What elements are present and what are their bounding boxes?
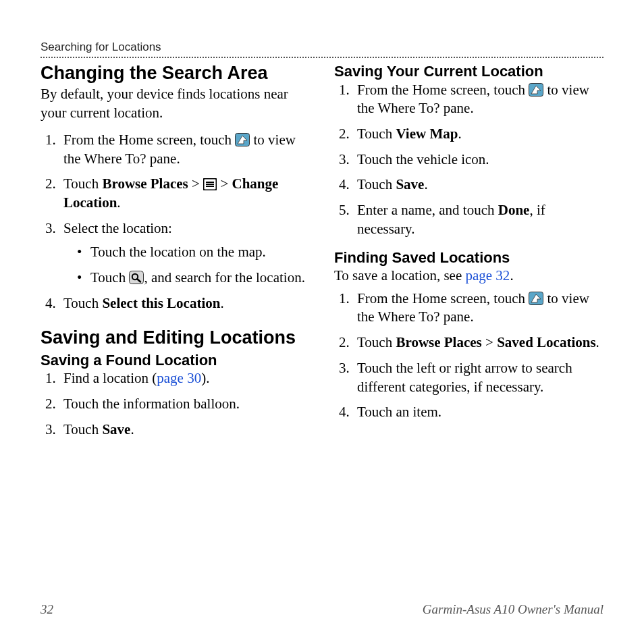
bullet: Touch the location on the map.	[77, 243, 310, 262]
bold-text: Browse Places	[396, 334, 481, 350]
text: From the Home screen, touch	[357, 82, 529, 98]
two-column-layout: Changing the Search Area By default, you…	[41, 62, 603, 446]
page-32-link[interactable]: page 32	[465, 267, 510, 284]
text: Touch	[357, 176, 396, 192]
text: Touch	[63, 421, 102, 437]
right-column: Saving Your Current Location From the Ho…	[334, 62, 603, 446]
step: Touch the information balloon.	[59, 395, 310, 414]
text: .	[424, 176, 427, 192]
text: Touch	[90, 269, 129, 286]
text: .	[596, 334, 599, 350]
where-to-arrow-icon	[235, 133, 250, 146]
where-to-arrow-icon	[529, 83, 543, 97]
subhead-finding-saved: Finding Saved Locations	[334, 248, 603, 267]
steps-save-found: Find a location (page 30). Touch the inf…	[41, 369, 310, 439]
bullet: Touch , and search for the location.	[77, 269, 310, 288]
step: From the Home screen, touch to view the …	[353, 81, 603, 118]
step: Touch Browse Places > > Change Location.	[59, 175, 310, 212]
step: From the Home screen, touch to view the …	[59, 131, 310, 168]
page-number: 32	[41, 602, 53, 617]
steps-find-saved: From the Home screen, touch to view the …	[334, 290, 603, 422]
menu-lines-icon	[203, 177, 217, 189]
text: Touch	[357, 126, 396, 142]
step: Select the location: Touch the location …	[59, 219, 310, 288]
step: Touch the vehicle icon.	[353, 151, 603, 169]
step: Touch Save.	[59, 421, 310, 439]
text: .	[458, 126, 461, 142]
bold-text: Save	[102, 421, 130, 437]
bold-text: View Map	[396, 126, 458, 142]
step: Touch Select this Location.	[59, 294, 310, 313]
text: >	[217, 176, 232, 192]
bold-text: Save	[396, 176, 424, 192]
intro-paragraph: By default, your device finds locations …	[41, 85, 310, 122]
text: >	[482, 334, 497, 350]
text: ).	[201, 370, 209, 386]
step: Touch Save.	[353, 176, 603, 194]
page-30-link[interactable]: page 30	[157, 370, 201, 386]
bold-text: Saved Locations	[497, 334, 595, 350]
left-column: Changing the Search Area By default, you…	[41, 62, 310, 446]
page: Searching for Locations Changing the Sea…	[0, 0, 644, 644]
bold-text: Done	[498, 202, 530, 218]
bold-text: Select this Location	[102, 295, 220, 311]
text: .	[117, 194, 120, 211]
text: Enter a name, and touch	[357, 202, 498, 218]
step: Touch an item.	[353, 403, 603, 422]
sub-bullets: Touch the location on the map. Touch , a…	[63, 243, 310, 287]
text: Touch	[63, 295, 102, 311]
text: >	[188, 176, 203, 192]
step: Touch the left or right arrow to search …	[353, 359, 603, 396]
running-head: Searching for Locations	[41, 41, 603, 58]
step: From the Home screen, touch to view the …	[353, 290, 603, 327]
bold-text: Browse Places	[102, 176, 188, 192]
step: Enter a name, and touch Done, if necessa…	[353, 201, 603, 238]
text: .	[130, 421, 134, 437]
steps-save-current: From the Home screen, touch to view the …	[334, 81, 603, 239]
text: Find a location (	[63, 370, 157, 386]
step: Find a location (page 30).	[59, 369, 310, 388]
step: Touch View Map.	[353, 125, 603, 144]
heading-changing-search-area: Changing the Search Area	[41, 62, 310, 84]
step: Touch Browse Places > Saved Locations.	[353, 333, 603, 352]
text: To save a location, see	[334, 267, 465, 284]
text: Touch	[63, 176, 102, 192]
svg-rect-5	[130, 271, 144, 284]
where-to-arrow-icon	[529, 292, 543, 305]
page-footer: 32 Garmin-Asus A10 Owner's Manual	[41, 602, 603, 617]
manual-title: Garmin-Asus A10 Owner's Manual	[423, 602, 603, 617]
steps-change-area: From the Home screen, touch to view the …	[41, 131, 310, 313]
text: .	[510, 267, 513, 284]
text: Select the location:	[63, 220, 172, 236]
heading-saving-editing: Saving and Editing Locations	[41, 327, 310, 348]
text: Touch	[357, 334, 396, 350]
text: From the Home screen, touch	[63, 132, 235, 148]
text: .	[220, 295, 223, 311]
intro-finding: To save a location, see page 32.	[334, 267, 603, 286]
text: From the Home screen, touch	[357, 290, 529, 306]
magnifier-icon	[129, 271, 144, 284]
subhead-saving-current: Saving Your Current Location	[334, 62, 603, 81]
text: , and search for the location.	[144, 269, 305, 286]
subhead-saving-found: Saving a Found Location	[41, 351, 310, 370]
